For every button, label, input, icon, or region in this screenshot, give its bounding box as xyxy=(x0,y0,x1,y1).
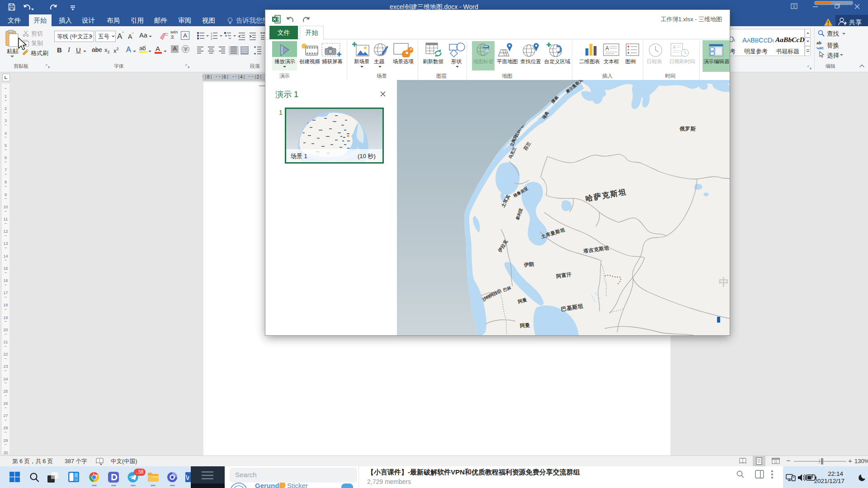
svg-text:3: 3 xyxy=(211,38,212,40)
svg-text:阿曼: 阿曼 xyxy=(520,322,531,328)
svg-text:俄罗斯: 俄罗斯 xyxy=(679,126,696,131)
svg-text:场景 1: 场景 1 xyxy=(290,153,307,160)
svg-text:A: A xyxy=(673,45,676,50)
svg-text:中国: 中国 xyxy=(719,277,730,288)
svg-text:伊朗: 伊朗 xyxy=(524,261,534,267)
svg-text:(10 秒): (10 秒) xyxy=(358,153,376,160)
svg-text:A: A xyxy=(605,45,609,52)
